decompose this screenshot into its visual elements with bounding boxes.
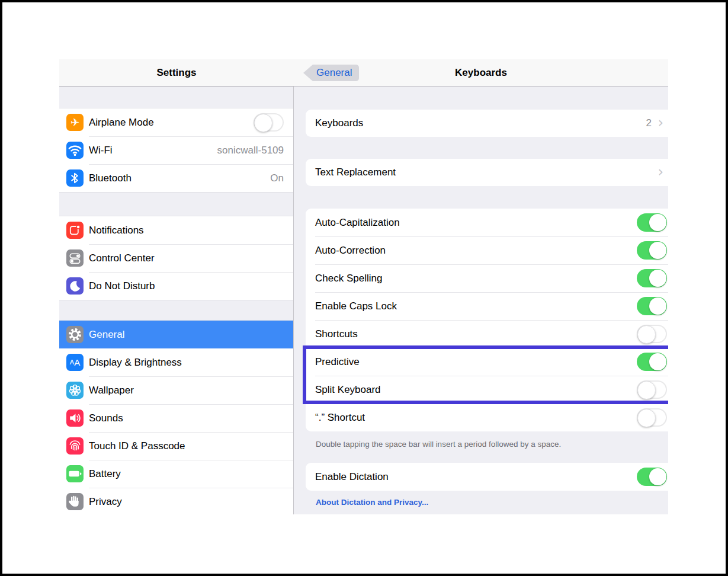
sidebar-item-do-not-disturb[interactable]: Do Not Disturb — [59, 272, 293, 300]
auto-correction-toggle[interactable] — [637, 241, 667, 260]
settings-app-window: Settings General Keyboards ✈ Airplane Mo… — [59, 59, 668, 514]
setting-label: Text Replacement — [315, 159, 396, 186]
shortcuts-row: Shortcuts — [306, 320, 668, 348]
group-spacer — [59, 87, 293, 108]
sidebar-item-label: Privacy — [89, 488, 122, 514]
setting-label: Shortcuts — [315, 320, 358, 348]
auto-capitalization-row: Auto-Capitalization — [306, 209, 668, 236]
header-bar: Settings General Keyboards — [59, 59, 668, 87]
moon-icon — [66, 277, 84, 295]
sidebar-item-label: Touch ID & Passcode — [89, 432, 185, 460]
sidebar-item-wifi[interactable]: Wi-Fi sonicwall-5109 — [59, 136, 293, 164]
sidebar-item-general[interactable]: General — [59, 321, 293, 348]
period-shortcut-footnote: Double tapping the space bar will insert… — [316, 440, 561, 449]
setting-label: Auto-Correction — [315, 236, 386, 264]
split-keyboard-toggle[interactable] — [637, 380, 667, 399]
shortcuts-toggle[interactable] — [637, 325, 667, 343]
auto-correction-row: Auto-Correction — [306, 236, 668, 264]
airplane-icon: ✈ — [66, 114, 84, 131]
sidebar-item-label: Display & Brightness — [89, 348, 182, 376]
setting-label: Split Keyboard — [315, 376, 381, 404]
bluetooth-status-value: On — [270, 164, 284, 192]
setting-label: Keyboards — [315, 110, 363, 137]
sidebar-item-touch-id[interactable]: Touch ID & Passcode — [59, 432, 293, 460]
sidebar-item-label: Airplane Mode — [89, 108, 154, 136]
enable-caps-lock-toggle[interactable] — [637, 297, 667, 315]
group-spacer — [59, 192, 293, 216]
notifications-icon — [66, 222, 84, 239]
sidebar-item-privacy[interactable]: Privacy — [59, 488, 293, 514]
text-replacement-row[interactable]: Text Replacement › — [306, 159, 668, 186]
enable-dictation-row: Enable Dictation — [306, 463, 668, 491]
battery-icon — [66, 465, 84, 482]
bluetooth-icon — [66, 169, 84, 187]
sidebar-title: Settings — [59, 59, 294, 87]
sidebar-item-display-brightness[interactable]: AA Display & Brightness — [59, 348, 293, 376]
sidebar-item-airplane-mode[interactable]: ✈ Airplane Mode — [59, 108, 293, 136]
sidebar-item-battery[interactable]: Battery — [59, 460, 293, 488]
setting-label: Auto-Capitalization — [315, 209, 400, 236]
chevron-right-icon: › — [658, 159, 663, 186]
airplane-mode-toggle[interactable] — [254, 113, 284, 132]
settings-sidebar: ✈ Airplane Mode Wi-Fi sonicwall-5109 Blu… — [59, 87, 294, 514]
chevron-right-icon: › — [658, 110, 663, 137]
check-spelling-row: Check Spelling — [306, 264, 668, 292]
wallpaper-icon — [66, 382, 84, 399]
sidebar-item-label: Notifications — [89, 216, 144, 244]
sidebar-item-bluetooth[interactable]: Bluetooth On — [59, 164, 293, 192]
sidebar-item-label: Battery — [89, 460, 121, 488]
period-shortcut-row: “.” Shortcut — [306, 404, 668, 431]
sidebar-item-label: Do Not Disturb — [89, 272, 155, 300]
sounds-icon — [66, 409, 84, 427]
setting-label: Predictive — [315, 348, 360, 376]
sidebar-item-sounds[interactable]: Sounds — [59, 404, 293, 432]
privacy-icon — [66, 493, 84, 510]
setting-label: Enable Caps Lock — [315, 292, 397, 320]
sidebar-item-wallpaper[interactable]: Wallpaper — [59, 376, 293, 404]
wifi-icon — [66, 142, 84, 159]
sidebar-item-label: Bluetooth — [89, 164, 132, 192]
control-center-icon — [66, 249, 84, 267]
sidebar-item-label: General — [89, 321, 124, 348]
enable-dictation-toggle[interactable] — [637, 468, 667, 486]
auto-capitalization-toggle[interactable] — [637, 213, 667, 232]
group-spacer — [59, 300, 293, 321]
touch-id-icon — [66, 437, 84, 455]
predictive-toggle[interactable] — [637, 353, 667, 371]
period-shortcut-toggle[interactable] — [637, 408, 667, 427]
sidebar-item-label: Sounds — [89, 404, 123, 432]
sidebar-item-notifications[interactable]: Notifications — [59, 216, 293, 244]
sidebar-item-label: Wi-Fi — [89, 136, 113, 164]
setting-label: Check Spelling — [315, 264, 382, 292]
split-keyboard-row: Split Keyboard — [306, 376, 668, 404]
about-dictation-privacy-link[interactable]: About Dictation and Privacy... — [316, 498, 428, 507]
page-title: Keyboards — [294, 59, 668, 87]
keyboards-settings-panel: Keyboards 2 › Text Replacement › Auto-Ca… — [294, 87, 668, 514]
check-spelling-toggle[interactable] — [637, 269, 667, 287]
sidebar-item-label: Control Center — [89, 244, 155, 272]
wifi-network-value: sonicwall-5109 — [217, 136, 284, 164]
enable-caps-lock-row: Enable Caps Lock — [306, 292, 668, 320]
setting-label: “.” Shortcut — [315, 404, 365, 431]
display-brightness-icon: AA — [66, 354, 84, 371]
keyboards-row[interactable]: Keyboards 2 › — [306, 110, 668, 137]
predictive-row: Predictive — [306, 348, 668, 376]
setting-label: Enable Dictation — [315, 463, 389, 491]
sidebar-item-label: Wallpaper — [89, 376, 134, 404]
keyboards-count: 2 — [646, 110, 652, 137]
gear-icon — [66, 326, 84, 343]
sidebar-item-control-center[interactable]: Control Center — [59, 244, 293, 272]
